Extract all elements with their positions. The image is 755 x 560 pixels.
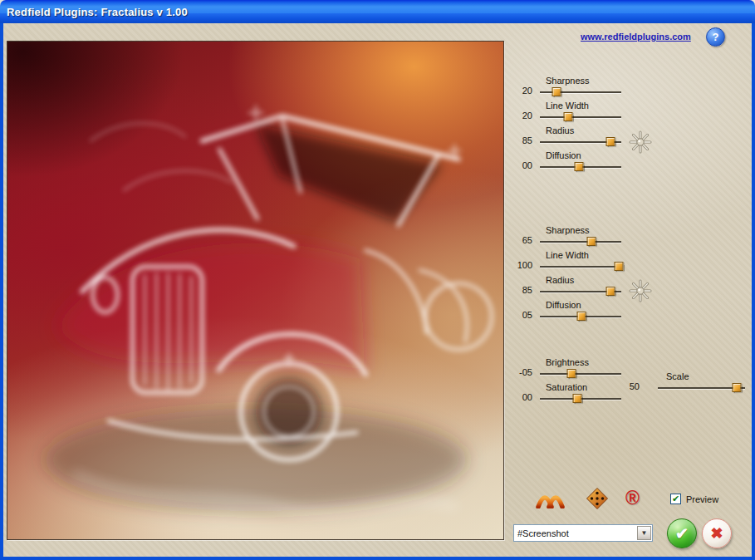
sharpness-value-2: 65	[507, 235, 532, 245]
sharpness-slider-2[interactable]	[540, 241, 621, 243]
linewidth-label-1: Line Width	[546, 101, 589, 111]
help-button[interactable]: ?	[706, 27, 725, 47]
sharpness-value-1: 20	[507, 86, 532, 96]
brightness-slider-thumb[interactable]	[567, 369, 576, 378]
saturation-slider-thumb[interactable]	[573, 394, 582, 403]
slider-row-saturation: 00 Saturation	[507, 382, 632, 407]
checkbox-check-icon: ✔	[672, 494, 679, 504]
fractalius-window: Redfield Plugins: Fractalius v 1.00	[0, 0, 755, 560]
slider-row-linewidth-1: 20 Line Width	[507, 101, 632, 125]
close-icon: ✖	[710, 524, 723, 543]
linewidth-slider-1[interactable]	[540, 116, 621, 118]
slider-row-diffusion-2: 05 Diffusion	[507, 300, 632, 325]
slider-row-diffusion-1: 00 Diffusion	[507, 150, 632, 175]
brightness-slider[interactable]	[540, 373, 621, 375]
radius-slider-thumb-1[interactable]	[606, 137, 615, 146]
sharpness-slider-thumb-2[interactable]	[586, 237, 596, 246]
radius-slider-2[interactable]	[540, 291, 621, 292]
radius-slider-1[interactable]	[540, 141, 621, 143]
linewidth-value-1: 20	[507, 111, 532, 120]
preset-value: #Screenshot	[514, 528, 636, 538]
glint-star-button-2[interactable]	[629, 279, 652, 302]
title-bar[interactable]: Redfield Plugins: Fractalius v 1.00	[0, 0, 755, 23]
brightness-value: -05	[507, 367, 532, 377]
slider-row-radius-1: 85 Radius	[507, 125, 632, 150]
preview-checkbox-label: Preview	[686, 494, 718, 504]
arches-preset-button[interactable]	[536, 488, 565, 512]
scale-value: 50	[623, 381, 640, 391]
dropdown-arrow-button[interactable]: ▼	[637, 526, 651, 540]
arches-icon	[536, 488, 565, 508]
diffusion-label-2: Diffusion	[546, 300, 581, 310]
glint-star-icon	[629, 279, 652, 302]
radius-slider-thumb-2[interactable]	[606, 287, 615, 296]
linewidth-label-2: Line Width	[546, 250, 589, 260]
chevron-down-icon: ▼	[641, 529, 648, 537]
diffusion-label-1: Diffusion	[546, 150, 581, 160]
slider-row-linewidth-2: 100 Line Width	[507, 250, 632, 275]
radius-value-1: 85	[507, 135, 532, 145]
sharpness-slider-thumb-1[interactable]	[552, 87, 561, 96]
fractal-car-art	[7, 42, 503, 539]
register-button[interactable]: ®	[625, 488, 640, 508]
linewidth-slider-thumb-2[interactable]	[615, 262, 624, 271]
diffusion-value-1: 00	[507, 160, 532, 170]
diamond-dice-icon	[586, 487, 609, 510]
dialog-body: www.redfieldplugins.com ? 20 Sharpness 2…	[0, 23, 755, 560]
diffusion-slider-thumb-2[interactable]	[576, 312, 586, 321]
slider-row-brightness: -05 Brightness	[507, 357, 632, 382]
saturation-slider[interactable]	[540, 398, 621, 400]
saturation-label: Saturation	[546, 382, 587, 392]
glint-star-icon	[629, 130, 652, 154]
sharpness-label-2: Sharpness	[546, 225, 590, 235]
slider-row-radius-2: 85 Radius	[507, 275, 632, 300]
brightness-label: Brightness	[546, 357, 589, 367]
preset-dropdown[interactable]: #Screenshot ▼	[513, 524, 653, 542]
randomize-button[interactable]	[586, 487, 609, 513]
ok-button[interactable]: ✔	[667, 518, 697, 548]
slider-row-sharpness-2: 65 Sharpness	[507, 225, 632, 250]
radius-label-2: Radius	[546, 275, 574, 285]
diffusion-slider-thumb-1[interactable]	[575, 162, 584, 171]
sharpness-slider-1[interactable]	[540, 91, 621, 93]
scale-slider-thumb[interactable]	[732, 383, 741, 392]
linewidth-slider-thumb-1[interactable]	[564, 112, 573, 121]
check-icon: ✔	[675, 524, 689, 543]
slider-row-scale: 50 Scale	[623, 371, 755, 396]
help-icon: ?	[713, 31, 719, 43]
diffusion-value-2: 05	[507, 310, 532, 320]
diffusion-slider-1[interactable]	[540, 166, 621, 168]
radius-label-1: Radius	[546, 125, 574, 135]
cancel-button[interactable]: ✖	[702, 518, 732, 548]
diffusion-slider-2[interactable]	[540, 316, 621, 317]
linewidth-value-2: 100	[507, 260, 532, 270]
preview-checkbox[interactable]: ✔	[670, 494, 681, 504]
window-title: Redfield Plugins: Fractalius v 1.00	[7, 6, 188, 18]
radius-value-2: 85	[507, 285, 532, 295]
slider-row-sharpness-1: 20 Sharpness	[507, 76, 632, 101]
scale-slider[interactable]	[658, 387, 745, 389]
linewidth-slider-2[interactable]	[540, 266, 621, 268]
website-link[interactable]: www.redfieldplugins.com	[581, 32, 691, 42]
scale-label: Scale	[666, 371, 689, 381]
preview-image[interactable]	[7, 41, 504, 540]
registered-icon: ®	[625, 487, 640, 508]
glint-star-button-1[interactable]	[629, 130, 652, 154]
sharpness-label-1: Sharpness	[546, 76, 590, 86]
saturation-value: 00	[507, 392, 532, 402]
